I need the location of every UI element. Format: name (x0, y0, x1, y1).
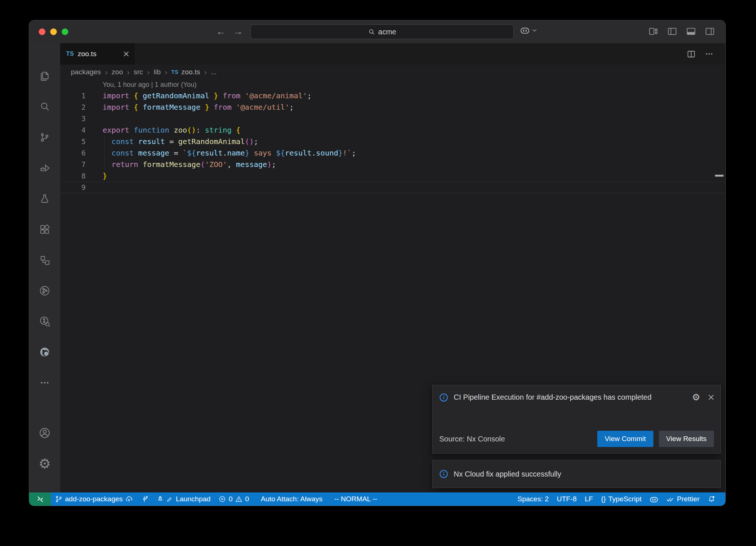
explorer-icon[interactable] (35, 67, 54, 85)
extensions-icon[interactable] (35, 220, 54, 239)
commit-graph-search-icon[interactable] (35, 312, 54, 331)
breadcrumb-item[interactable]: lib (154, 68, 161, 76)
code-line-4[interactable]: export function zoo(): string { (86, 124, 725, 136)
copilot-menu-button[interactable] (520, 26, 537, 34)
pencil-icon (166, 496, 173, 502)
settings-gear-icon[interactable]: ⚙ (35, 454, 54, 473)
gutter[interactable]: 123456789 (60, 79, 86, 492)
indentation-status-item[interactable]: Spaces: 2 (513, 492, 553, 506)
line-number[interactable]: 6 (60, 147, 86, 159)
source-control-icon[interactable] (35, 128, 54, 147)
branch-status-item[interactable]: add-zoo-packages (51, 492, 137, 506)
copilot-status-item[interactable] (646, 492, 662, 506)
hierarchy-icon[interactable] (35, 251, 54, 269)
warning-count: 0 (245, 495, 249, 503)
tab-bar: TS zoo.ts (60, 43, 725, 65)
close-window-button[interactable] (39, 28, 45, 35)
customize-layout-button[interactable] (649, 28, 658, 35)
chevron-right-icon: › (165, 68, 167, 76)
code-line-7[interactable]: return formatMessage('ZOO', message); (86, 159, 725, 170)
vim-mode-status-item[interactable]: -- NORMAL -- (330, 492, 381, 506)
view-commit-button[interactable]: View Commit (597, 431, 653, 447)
code-line-5[interactable]: const result = getRandomAnimal(); (86, 136, 725, 147)
account-icon[interactable] (35, 424, 54, 442)
minimize-window-button[interactable] (50, 28, 57, 35)
braces-icon: {} (601, 495, 606, 503)
notification-message: CI Pipeline Execution for #add-zoo-packa… (454, 392, 660, 403)
line-number[interactable]: 7 (60, 159, 86, 170)
remote-icon (36, 495, 44, 503)
breadcrumb-item[interactable]: src (134, 68, 143, 76)
notification-message: Nx Cloud fix applied successfully (454, 470, 561, 478)
tab-zoo-ts[interactable]: TS zoo.ts (60, 43, 135, 65)
commit-graph-button[interactable] (137, 492, 152, 506)
notifications-bell-item[interactable] (704, 492, 719, 506)
testing-icon[interactable] (35, 190, 54, 208)
code-line-6[interactable]: const message = `${result.name} says ${r… (86, 147, 725, 159)
problems-status-item[interactable]: 0 0 (214, 492, 253, 506)
line-number[interactable]: 9 (60, 182, 86, 193)
search-view-icon[interactable] (35, 98, 54, 116)
info-icon (439, 392, 448, 402)
split-editor-icon[interactable] (687, 51, 695, 58)
breadcrumb-tail[interactable]: ... (211, 68, 217, 76)
info-icon (439, 470, 448, 478)
cloud-upload-icon (125, 495, 133, 503)
chevron-right-icon: › (147, 68, 150, 76)
remote-indicator[interactable] (29, 492, 51, 506)
code-line-9[interactable] (86, 182, 725, 193)
error-icon (219, 495, 226, 503)
toggle-primary-sidebar-button[interactable] (668, 28, 677, 35)
status-bar: add-zoo-packages Launchpad (29, 492, 725, 506)
navigate-back-button[interactable]: ← (216, 25, 226, 37)
blame-annotation: You, 1 hour ago | 1 author (You) (86, 79, 725, 90)
rocket-icon (157, 495, 164, 503)
notification-settings-icon[interactable]: ⚙ (692, 393, 700, 402)
error-count: 0 (228, 495, 233, 503)
search-icon (368, 28, 375, 35)
formatter-status-item[interactable]: Prettier (662, 492, 704, 506)
breadcrumb-item[interactable]: zoo (111, 68, 123, 76)
copilot-icon (650, 496, 658, 503)
notification-close-icon[interactable] (708, 395, 714, 400)
run-debug-icon[interactable] (35, 159, 54, 177)
code-line-2[interactable]: import { formatMessage } from '@acme/uti… (86, 102, 725, 113)
search-value: acme (378, 28, 396, 36)
language-mode-status-item[interactable]: {} TypeScript (597, 492, 645, 506)
toggle-secondary-sidebar-button[interactable] (705, 28, 714, 35)
chevron-right-icon: › (127, 68, 130, 76)
zoom-window-button[interactable] (62, 28, 68, 35)
notification-source: Source: Nx Console (439, 435, 505, 443)
line-number[interactable]: 2 (60, 102, 86, 113)
breadcrumb-file[interactable]: TS zoo.ts (171, 68, 200, 76)
toggle-panel-button[interactable] (687, 28, 695, 35)
close-tab-icon[interactable] (124, 51, 129, 57)
encoding-status-item[interactable]: UTF-8 (553, 492, 581, 506)
more-actions-icon[interactable] (705, 53, 713, 55)
view-results-button[interactable]: View Results (659, 431, 714, 447)
line-number[interactable]: 4 (60, 124, 86, 136)
more-views-icon[interactable] (35, 373, 54, 392)
breadcrumb-item[interactable]: packages (71, 68, 101, 76)
nx-cloud-branch-circle-icon[interactable] (35, 281, 54, 300)
line-number[interactable]: 8 (60, 170, 86, 182)
code-line-1[interactable]: import { getRandomAnimal } from '@acme/a… (86, 90, 725, 102)
line-number[interactable]: 5 (60, 136, 86, 147)
search-input[interactable]: acme (250, 24, 514, 39)
copilot-icon (520, 26, 530, 34)
chevron-down-icon (532, 29, 537, 32)
navigate-forward-button[interactable]: → (233, 25, 243, 37)
code-line-3[interactable] (86, 113, 725, 124)
auto-attach-status-item[interactable]: Auto Attach: Always (257, 492, 327, 506)
edge-browser-icon[interactable] (35, 343, 54, 361)
line-number[interactable]: 1 (60, 90, 86, 102)
branch-name: add-zoo-packages (65, 495, 123, 503)
eol-status-item[interactable]: LF (581, 492, 597, 506)
breadcrumb: packages › zoo › src › lib › TS zoo.ts ›… (60, 65, 725, 79)
notification-toast: CI Pipeline Execution for #add-zoo-packa… (432, 385, 721, 454)
code-line-8[interactable]: } (86, 170, 725, 182)
typescript-file-icon: TS (66, 51, 74, 57)
launchpad-status-item[interactable]: Launchpad (152, 492, 214, 506)
line-number[interactable]: 3 (60, 113, 86, 124)
chevron-right-icon: › (204, 68, 207, 76)
